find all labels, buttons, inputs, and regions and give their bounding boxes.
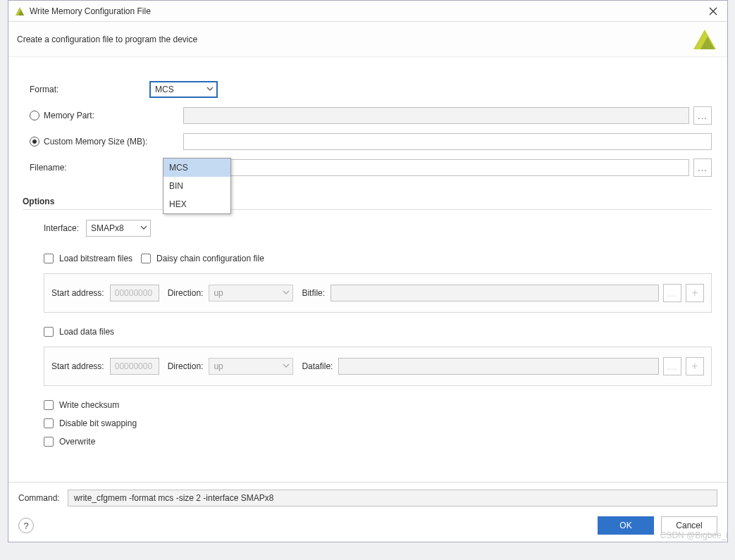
direction-label-2: Direction: <box>168 361 204 371</box>
interface-select-value: SMAPx8 <box>91 223 124 233</box>
format-select[interactable]: MCS <box>149 81 218 98</box>
interface-select[interactable]: SMAPx8 <box>86 220 151 237</box>
load-bitstream-checkbox[interactable] <box>44 254 54 263</box>
window-title: Write Memory Configuration File <box>30 6 699 16</box>
load-data-label: Load data files <box>59 327 114 337</box>
format-label: Format: <box>30 85 149 94</box>
start-address-label-1: Start address: <box>51 288 104 298</box>
load-data-checkbox[interactable] <box>44 327 54 337</box>
overwrite-label: Overwrite <box>59 437 95 447</box>
cancel-button[interactable]: Cancel <box>661 516 717 535</box>
format-option-bin[interactable]: BIN <box>163 177 230 195</box>
filename-browse-button[interactable]: ... <box>693 158 712 177</box>
interface-label: Interface: <box>44 223 79 233</box>
format-select-value: MCS <box>155 85 174 94</box>
overwrite-checkbox[interactable] <box>44 437 54 447</box>
title-bar: Write Memory Configuration File <box>8 1 727 22</box>
dialog-description: Create a configuration file to program t… <box>17 35 197 44</box>
filename-label: Filename: <box>30 163 149 173</box>
chevron-down-icon <box>283 288 290 298</box>
bitfile-add-button[interactable]: + <box>686 284 704 302</box>
format-option-mcs[interactable]: MCS <box>163 158 230 177</box>
app-icon <box>14 6 25 17</box>
format-option-hex[interactable]: HEX <box>163 195 230 213</box>
direction-select-2[interactable]: up <box>209 358 293 375</box>
start-address-input-1[interactable]: 00000000 <box>110 285 159 301</box>
memory-part-browse-button[interactable]: ... <box>693 106 712 125</box>
datafile-browse-button[interactable]: ... <box>663 357 681 375</box>
datafile-input[interactable] <box>338 358 659 375</box>
options-header: Options <box>23 197 712 210</box>
command-value[interactable]: write_cfgmem -format mcs -size 2 -interf… <box>68 490 717 506</box>
ok-button[interactable]: OK <box>598 516 654 535</box>
datafile-add-button[interactable]: + <box>686 357 704 375</box>
direction-value-1: up <box>214 288 223 298</box>
load-bitstream-label: Load bitstream files <box>59 254 132 263</box>
dialog-footer: Command: write_cfgmem -format mcs -size … <box>8 482 727 542</box>
daisy-chain-label: Daisy chain configuration file <box>156 254 264 263</box>
format-dropdown-popup: MCS BIN HEX <box>163 158 231 214</box>
chevron-down-icon <box>140 223 147 233</box>
write-memory-config-dialog: Write Memory Configuration File Create a… <box>8 0 728 542</box>
memory-part-label: Memory Part: <box>44 111 94 120</box>
disable-swap-label: Disable bit swapping <box>59 418 137 428</box>
disable-swap-checkbox[interactable] <box>44 418 54 428</box>
chevron-down-icon <box>283 361 290 371</box>
daisy-chain-checkbox[interactable] <box>141 254 151 263</box>
start-address-input-2[interactable]: 00000000 <box>110 358 159 375</box>
memory-size-label-row: Custom Memory Size (MB): <box>30 137 183 147</box>
bitstream-panel: Start address: 00000000 Direction: up Bi… <box>44 273 712 313</box>
memory-size-label: Custom Memory Size (MB): <box>44 137 147 147</box>
options-area: Interface: SMAPx8 Load bitstream files D… <box>30 220 712 447</box>
write-checksum-label: Write checksum <box>59 400 119 410</box>
memory-part-radio[interactable] <box>30 111 39 120</box>
chevron-down-icon <box>206 85 214 94</box>
dialog-banner: Create a configuration file to program t… <box>8 22 727 57</box>
bitfile-input[interactable] <box>331 285 659 301</box>
memory-part-label-row: Memory Part: <box>30 111 149 120</box>
datafile-label: Datafile: <box>302 361 333 371</box>
datafile-panel: Start address: 00000000 Direction: up Da… <box>44 347 712 386</box>
vivado-logo-icon <box>691 27 719 52</box>
memory-size-radio[interactable] <box>30 137 39 147</box>
filename-input[interactable] <box>183 159 689 176</box>
memory-part-input[interactable] <box>183 107 689 124</box>
write-checksum-checkbox[interactable] <box>44 400 54 410</box>
close-button[interactable] <box>699 1 727 22</box>
command-label: Command: <box>18 493 68 503</box>
memory-size-input[interactable] <box>183 133 712 150</box>
close-icon <box>709 7 717 15</box>
bitfile-browse-button[interactable]: ... <box>663 284 681 302</box>
dialog-body: Format: MCS Memory Part: ... Custom Memo… <box>8 57 727 482</box>
help-button[interactable]: ? <box>18 518 34 533</box>
bitfile-label: Bitfile: <box>302 288 325 298</box>
direction-value-2: up <box>214 361 223 371</box>
direction-label-1: Direction: <box>168 288 204 298</box>
start-address-label-2: Start address: <box>51 361 104 371</box>
direction-select-1[interactable]: up <box>209 285 293 301</box>
